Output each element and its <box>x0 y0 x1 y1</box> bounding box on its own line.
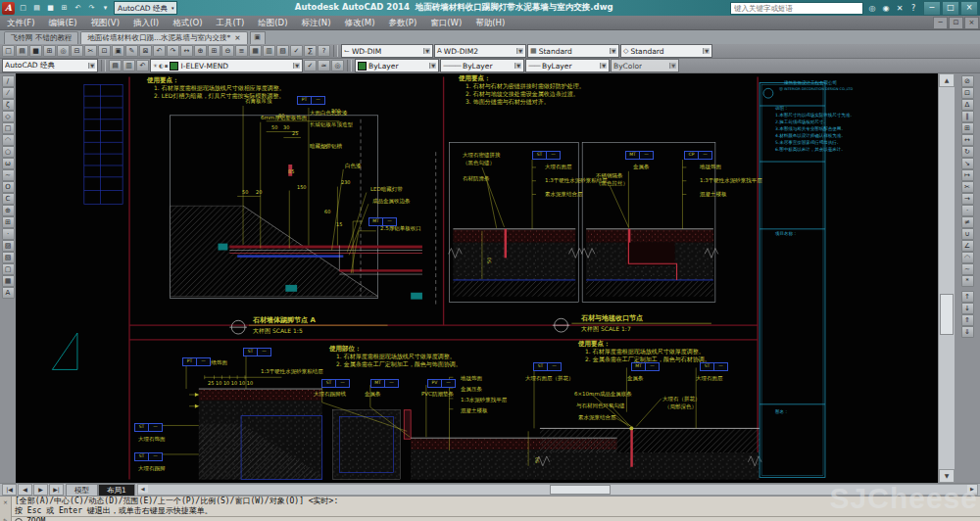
fillet-icon[interactable]: ◠ <box>961 252 974 263</box>
tab-nav-button-3[interactable]: ▶| <box>49 484 64 496</box>
scroll-right-icon[interactable]: ▶ <box>967 485 977 493</box>
ellipse-icon[interactable]: O <box>2 181 15 193</box>
save-icon[interactable]: ■ <box>44 2 57 15</box>
drawing-canvas[interactable]: 使用要点：1. 石材厚度需根据现场放线尺寸做相应厚度调整。2. LED灯槽为暗藏… <box>16 73 938 483</box>
polyline-icon[interactable]: ζ <box>2 99 15 111</box>
stretch-icon[interactable]: ↦ <box>961 169 974 181</box>
match-properties-icon[interactable]: ✎ <box>125 45 138 57</box>
help-icon[interactable]: ? <box>318 45 330 57</box>
break-at-point-icon[interactable]: · <box>961 205 974 216</box>
extend-icon[interactable]: → <box>961 193 974 205</box>
undo-icon[interactable]: ↶ <box>72 2 84 15</box>
search-icon[interactable]: ◎ <box>865 2 879 15</box>
doc-minimize-button[interactable]: ─ <box>933 17 948 29</box>
plot-style-combo[interactable]: ByColor▼ <box>611 59 679 72</box>
undo-icon[interactable]: ↶ <box>153 45 166 57</box>
lineweight-combo[interactable]: —— ByLayer▼ <box>525 59 610 72</box>
open-icon[interactable]: ▤ <box>30 2 43 15</box>
layer-match-icon[interactable]: ≈ <box>318 60 330 71</box>
redo-icon[interactable]: ↷ <box>85 2 98 15</box>
mleader-style-combo[interactable]: ◇ Standard▼ <box>620 44 712 58</box>
layer-states-icon[interactable]: ▥ <box>122 60 135 71</box>
doc-close-button[interactable]: × <box>964 17 979 29</box>
offset-icon[interactable]: ∥ <box>961 111 974 122</box>
properties-icon[interactable]: ≡ <box>235 45 248 57</box>
quickcalc-icon[interactable]: ∑ <box>304 45 317 57</box>
tool-palettes-icon[interactable]: ▥ <box>263 45 275 57</box>
copy-icon[interactable]: ⊡ <box>961 87 974 99</box>
dim-style-combo[interactable]: ⌙ WD-DIM▼ <box>341 44 433 58</box>
layer-properties-icon[interactable]: ▤ <box>109 60 122 71</box>
menu-item-5[interactable]: 工具(T) <box>209 16 251 29</box>
plot-icon[interactable]: ⊞ <box>58 2 71 15</box>
vertical-scrollbar[interactable]: ▲ ▼ <box>938 73 955 483</box>
send-under-icon[interactable]: ⇓ <box>961 326 974 338</box>
vertical-scroll-thumb[interactable] <box>940 294 954 335</box>
table-icon[interactable]: ▦ <box>2 275 15 287</box>
designcenter-icon[interactable]: ▦ <box>249 45 262 57</box>
menu-item-9[interactable]: 参数(P) <box>381 16 423 29</box>
zoom-window-icon[interactable]: ⊞ <box>208 45 220 57</box>
zoom-realtime-icon[interactable]: ⊕ <box>194 45 207 57</box>
block-editor-icon[interactable]: ⊠ <box>139 45 152 57</box>
signin-icon[interactable]: ◉ <box>879 2 893 15</box>
join-icon[interactable]: ∪ <box>961 228 974 240</box>
command-prompt[interactable]: ZOOM <box>12 516 980 521</box>
layer-isolate-icon[interactable]: ◎ <box>331 60 344 71</box>
scroll-down-icon[interactable]: ▼ <box>939 469 955 483</box>
menu-item-4[interactable]: 格式(O) <box>166 16 209 29</box>
qnew-icon[interactable]: □ <box>2 45 15 57</box>
menu-item-3[interactable]: 插入(I) <box>126 16 166 29</box>
text-style-combo[interactable]: A WD-DIM2▼ <box>434 44 526 58</box>
circle-icon[interactable]: ○ <box>2 146 15 158</box>
region-icon[interactable]: ▢ <box>2 263 15 275</box>
rotate-icon[interactable]: ↻ <box>961 146 974 158</box>
customize-icon[interactable]: ✎ <box>3 517 8 521</box>
menu-item-0[interactable]: 文件(F) <box>0 16 42 29</box>
menu-item-2[interactable]: 视图(V) <box>84 16 126 29</box>
send-to-back-icon[interactable]: ↓ <box>961 303 974 314</box>
exchange-icon[interactable]: ✕ <box>893 2 906 15</box>
array-icon[interactable]: ⊞ <box>961 122 974 134</box>
color-combo[interactable]: ByLayer▼ <box>355 59 439 72</box>
open-icon[interactable]: ▤ <box>16 45 28 57</box>
autocad-logo-icon[interactable]: A <box>2 2 15 15</box>
workspace-switcher[interactable]: AutoCAD 经典 ▾ <box>114 1 177 15</box>
plot-preview-icon[interactable]: ◎ <box>57 45 70 57</box>
scale-icon[interactable]: ↘ <box>961 158 974 169</box>
menu-item-10[interactable]: 窗口(W) <box>423 16 468 29</box>
workspace-combo[interactable]: AutoCAD 经典▼ <box>2 59 98 72</box>
plot-icon[interactable]: ⊞ <box>43 45 56 57</box>
horizontal-scroll-thumb[interactable] <box>550 485 611 495</box>
pan-icon[interactable]: ↔ <box>180 45 193 57</box>
scroll-up-icon[interactable]: ▲ <box>939 73 955 87</box>
line-icon[interactable]: / <box>2 75 15 87</box>
zoom-previous-icon[interactable]: ⊖ <box>221 45 234 57</box>
break-icon[interactable]: ≠ <box>961 216 974 228</box>
close-button[interactable]: × <box>960 1 978 16</box>
linetype-combo[interactable]: ——— ByLayer▼ <box>440 59 524 72</box>
trim-icon[interactable]: ✂ <box>961 181 974 193</box>
ellipse-arc-icon[interactable]: C <box>2 193 15 205</box>
help-icon[interactable]: ? <box>906 2 920 15</box>
menu-item-1[interactable]: 编辑(E) <box>42 16 84 29</box>
file-tab-inactive[interactable]: 飞特网 不错的教程 <box>4 31 78 44</box>
markup-icon[interactable]: ✓ <box>290 45 303 57</box>
table-style-combo[interactable]: ▦ Standard▼ <box>527 44 619 58</box>
layout-tab-0[interactable]: 模型 <box>66 484 98 497</box>
point-icon[interactable]: · <box>2 228 15 240</box>
tab-nav-button-1[interactable]: ◀ <box>18 484 32 496</box>
bring-above-icon[interactable]: ⇑ <box>961 314 974 326</box>
insert-block-icon[interactable]: ⊕ <box>2 205 15 216</box>
layer-combo[interactable]: ☀◐▪ I-ELEV-MEND▼ <box>150 59 303 72</box>
paste-icon[interactable]: ▣ <box>112 45 124 57</box>
menu-item-6[interactable]: 绘图(D) <box>251 16 294 29</box>
bring-to-front-icon[interactable]: ↑ <box>961 291 974 303</box>
explode-icon[interactable]: * <box>961 275 974 287</box>
save-icon[interactable]: ■ <box>29 45 42 57</box>
mirror-icon[interactable]: Δ <box>961 99 974 111</box>
horizontal-scrollbar[interactable]: ◀ ▶ <box>137 484 978 496</box>
revision-cloud-icon[interactable]: ω <box>2 158 15 169</box>
gradient-icon[interactable]: ▧ <box>2 252 15 263</box>
publish-icon[interactable]: ⊟ <box>71 45 83 57</box>
